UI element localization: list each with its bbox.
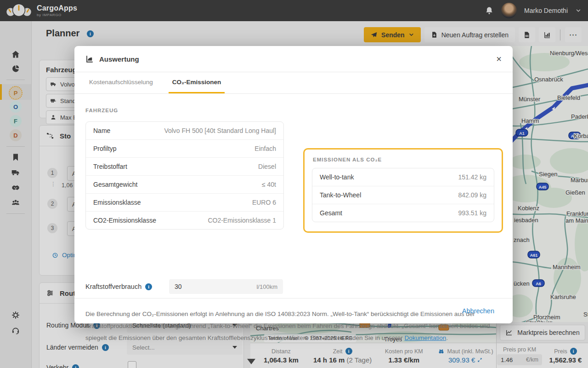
modal-body: FAHRZEUG Name Volvo FH 500 [40t Standard… <box>74 94 513 298</box>
table-row: CO2-Emissionsklasse CO2-Emissionsklasse … <box>86 212 283 229</box>
table-row: Well-to-tank 151.42 kg <box>312 168 494 186</box>
modal-header: Auswertung × <box>74 46 513 72</box>
emissions-table: Well-to-tank 151.42 kg Tank-to-Wheel 842… <box>312 168 494 222</box>
cancel-button[interactable]: Abbrechen <box>462 307 494 315</box>
modal-tabs: Kostenaufschlüsselung CO₂-Emissionen <box>74 72 513 94</box>
app-window: CargoApps by IMPARGO Marko Demothi <box>0 0 588 368</box>
table-row: Tank-to-Wheel 842.09 kg <box>312 186 494 204</box>
emissions-section-title: EMISSIONEN ALS CO₂E <box>305 150 502 162</box>
evaluation-chart-icon <box>85 55 94 63</box>
tab-cost-breakdown[interactable]: Kostenaufschlüsselung <box>85 72 157 93</box>
modal-footer: Abbrechen <box>74 298 513 323</box>
documentation-link[interactable]: Dokumentation <box>404 334 446 341</box>
vehicle-section-title: FAHRZEUG <box>85 108 118 113</box>
info-icon[interactable] <box>145 283 152 290</box>
table-row: Gesamtgewicht ≤ 40t <box>86 176 283 194</box>
table-row: Name Volvo FH 500 [40t Standard Long Hau… <box>86 122 283 140</box>
evaluation-modal: Auswertung × Kostenaufschlüsselung CO₂-E… <box>74 46 513 323</box>
tab-co2-emissions[interactable]: CO₂-Emissionen <box>169 72 225 93</box>
fuel-consumption-label: Kraftstoffverbrauch <box>85 283 152 290</box>
close-icon[interactable]: × <box>496 54 502 63</box>
table-row: Gesamt 993.51 kg <box>312 204 494 222</box>
emissions-highlight-box: EMISSIONEN ALS CO₂E Well-to-tank 151.42 … <box>303 148 503 233</box>
vehicle-table: Name Volvo FH 500 [40t Standard Long Hau… <box>85 121 284 230</box>
fuel-consumption-input[interactable]: 30 l/100km <box>169 279 283 294</box>
table-row: Profiltyp Einfach <box>86 140 283 158</box>
table-row: Emissionsklasse EURO 6 <box>86 194 283 212</box>
modal-title: Auswertung <box>99 55 139 63</box>
table-row: Treibstoffart Diesel <box>86 158 283 176</box>
